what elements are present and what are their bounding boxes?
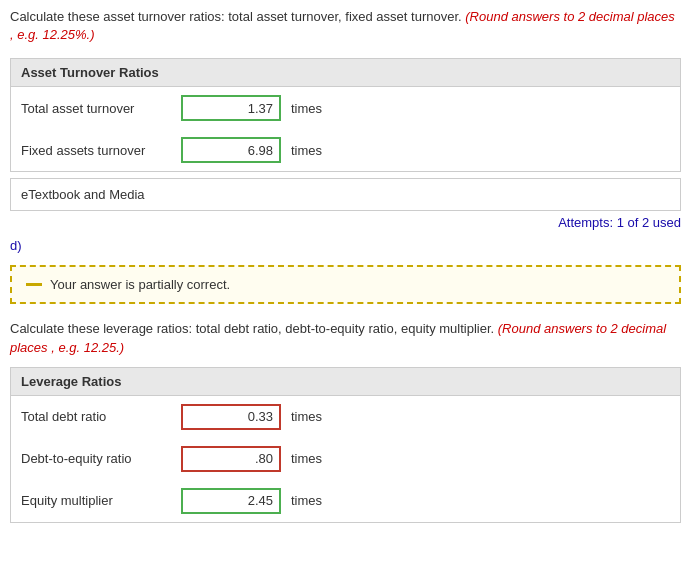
leverage-instruction: Calculate these leverage ratios: total d… bbox=[0, 312, 691, 360]
asset-section: Asset Turnover Ratios Total asset turnov… bbox=[10, 58, 681, 172]
partial-icon bbox=[26, 283, 42, 286]
leverage-unit-1: times bbox=[291, 451, 322, 466]
asset-label-1: Fixed assets turnover bbox=[21, 143, 171, 158]
leverage-section: Leverage Ratios Total debt ratio times D… bbox=[10, 367, 681, 523]
asset-unit-0: times bbox=[291, 101, 322, 116]
asset-unit-1: times bbox=[291, 143, 322, 158]
leverage-section-header: Leverage Ratios bbox=[11, 368, 680, 396]
leverage-label-0: Total debt ratio bbox=[21, 409, 171, 424]
leverage-instruction-text: Calculate these leverage ratios: total d… bbox=[10, 321, 494, 336]
etextbook-label: eTextbook and Media bbox=[21, 187, 145, 202]
part-label-text: d) bbox=[10, 238, 22, 253]
leverage-unit-0: times bbox=[291, 409, 322, 424]
leverage-row-2: Equity multiplier times bbox=[11, 480, 680, 522]
etextbook-bar: eTextbook and Media bbox=[10, 178, 681, 211]
leverage-row-0: Total debt ratio times bbox=[11, 396, 680, 438]
top-instruction-text: Calculate these asset turnover ratios: t… bbox=[10, 9, 462, 24]
attempts-row: Attempts: 1 of 2 used bbox=[0, 211, 691, 234]
asset-input-0[interactable] bbox=[181, 95, 281, 121]
asset-row-1: Fixed assets turnover times bbox=[11, 129, 680, 171]
asset-input-1[interactable] bbox=[181, 137, 281, 163]
top-instruction: Calculate these asset turnover ratios: t… bbox=[0, 0, 691, 52]
leverage-input-0[interactable] bbox=[181, 404, 281, 430]
leverage-input-1[interactable] bbox=[181, 446, 281, 472]
partial-correct-box: Your answer is partially correct. bbox=[10, 265, 681, 304]
leverage-input-2[interactable] bbox=[181, 488, 281, 514]
leverage-label-1: Debt-to-equity ratio bbox=[21, 451, 171, 466]
asset-label-0: Total asset turnover bbox=[21, 101, 171, 116]
leverage-row-1: Debt-to-equity ratio times bbox=[11, 438, 680, 480]
partial-correct-message: Your answer is partially correct. bbox=[50, 277, 230, 292]
attempts-text: Attempts: 1 of 2 used bbox=[558, 215, 681, 230]
leverage-unit-2: times bbox=[291, 493, 322, 508]
leverage-label-2: Equity multiplier bbox=[21, 493, 171, 508]
asset-row-0: Total asset turnover times bbox=[11, 87, 680, 129]
part-label: d) bbox=[0, 234, 691, 257]
asset-section-header: Asset Turnover Ratios bbox=[11, 59, 680, 87]
